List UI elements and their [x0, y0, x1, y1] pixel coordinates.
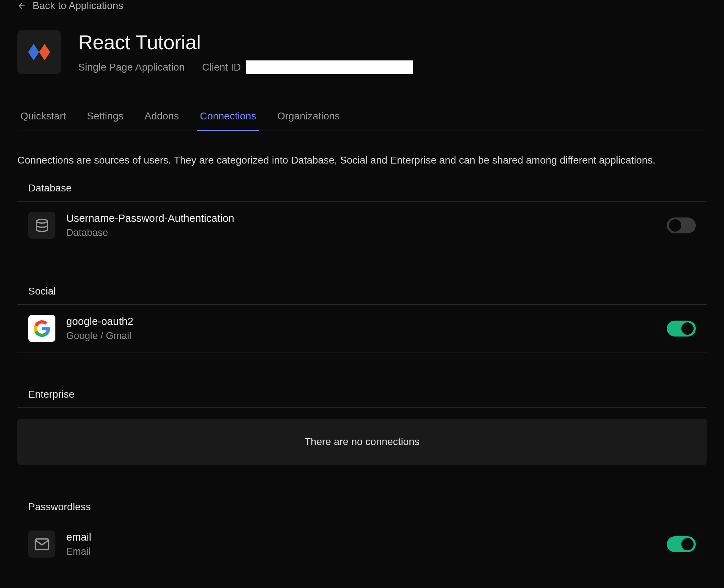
- app-title: React Tutorial: [78, 30, 413, 54]
- connection-toggle[interactable]: [667, 321, 696, 337]
- tab-addons[interactable]: Addons: [144, 110, 179, 131]
- connection-sub: Database: [66, 227, 656, 238]
- connection-name[interactable]: Username-Password-Authentication: [66, 212, 656, 224]
- client-id-value[interactable]: [246, 60, 413, 74]
- section-database: Database Username-Password-Authenticatio…: [17, 182, 707, 249]
- tab-organizations[interactable]: Organizations: [277, 110, 340, 131]
- google-icon: [28, 315, 55, 342]
- tabs: Quickstart Settings Addons Connections O…: [17, 110, 707, 131]
- svg-point-5: [37, 219, 47, 223]
- connection-sub: Google / Gmail: [66, 330, 656, 342]
- back-link[interactable]: Back to Applications: [17, 0, 707, 12]
- connection-row: Username-Password-Authentication Databas…: [17, 202, 707, 249]
- toggle-knob: [681, 322, 694, 335]
- tab-quickstart[interactable]: Quickstart: [20, 110, 66, 131]
- connection-toggle[interactable]: [667, 217, 696, 233]
- section-social: Social google-oauth2 Google / Gmail: [17, 285, 707, 352]
- toggle-knob: [669, 219, 681, 232]
- svg-marker-1: [28, 44, 39, 60]
- arrow-left-icon: [17, 1, 26, 10]
- app-logo-icon: [17, 30, 61, 74]
- mail-icon: [28, 530, 55, 558]
- enterprise-empty: There are no connections: [17, 419, 707, 465]
- database-icon: [28, 212, 55, 239]
- tab-connections[interactable]: Connections: [200, 110, 256, 131]
- section-passwordless-title: Passwordless: [17, 501, 707, 520]
- tab-settings[interactable]: Settings: [87, 110, 123, 131]
- section-enterprise: Enterprise There are no connections: [17, 389, 707, 465]
- section-social-title: Social: [17, 285, 707, 304]
- client-id-group: Client ID: [202, 60, 412, 74]
- client-id-label: Client ID: [202, 62, 241, 73]
- svg-marker-2: [39, 44, 50, 60]
- connection-name[interactable]: email: [66, 531, 656, 543]
- connection-row: google-oauth2 Google / Gmail: [17, 305, 707, 352]
- section-passwordless: Passwordless email Email: [17, 501, 707, 568]
- connection-toggle[interactable]: [667, 536, 696, 552]
- app-title-block: React Tutorial Single Page Application C…: [78, 30, 413, 74]
- app-type: Single Page Application: [78, 62, 185, 73]
- back-link-label: Back to Applications: [33, 0, 123, 12]
- app-header: React Tutorial Single Page Application C…: [17, 30, 707, 74]
- connection-name[interactable]: google-oauth2: [66, 316, 656, 327]
- connections-description: Connections are sources of users. They a…: [17, 153, 707, 168]
- connection-sub: Email: [66, 546, 656, 557]
- section-enterprise-title: Enterprise: [17, 389, 707, 407]
- toggle-knob: [681, 538, 694, 550]
- section-database-title: Database: [17, 182, 707, 201]
- connection-row: email Email: [17, 520, 707, 568]
